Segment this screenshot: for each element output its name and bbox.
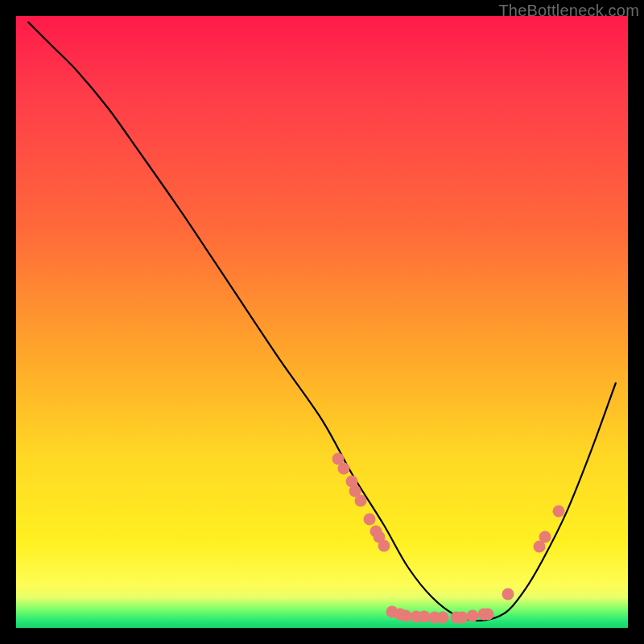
- curve-path: [28, 23, 616, 621]
- data-point-marker: [364, 513, 376, 525]
- plot-area: [16, 16, 628, 628]
- data-point-marker: [539, 530, 551, 543]
- chart-container: TheBottleneck.com: [0, 0, 644, 644]
- data-point-marker: [378, 540, 390, 552]
- data-point-marker: [466, 609, 478, 621]
- data-point-marker: [502, 588, 514, 601]
- data-point-marker: [481, 609, 493, 621]
- data-point-marker: [436, 612, 448, 624]
- data-point-marker: [337, 463, 349, 475]
- data-point-marker: [553, 505, 565, 517]
- bottleneck-curve: [16, 16, 628, 628]
- data-point-marker: [354, 494, 366, 506]
